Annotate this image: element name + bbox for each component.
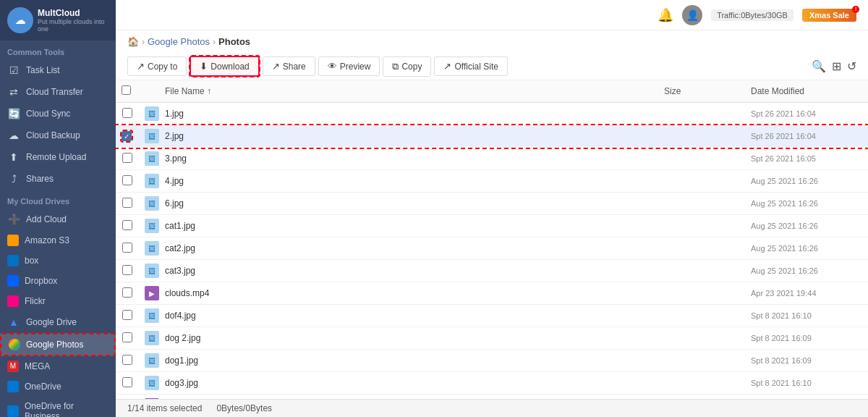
file-checkbox[interactable] <box>122 332 132 342</box>
file-name[interactable]: clouds.mp4 <box>165 288 209 298</box>
header-date[interactable]: Date Modified <box>745 80 868 103</box>
file-checkbox[interactable] <box>122 153 132 163</box>
common-tools-list: ☑ Task List ⇄ Cloud Transfer 🔄 Cloud Syn… <box>0 59 116 190</box>
sidebar-item-flickr[interactable]: Flickr <box>0 291 116 311</box>
breadcrumb-current: Photos <box>218 36 250 47</box>
image-thumb: 🖼 <box>145 308 159 323</box>
sidebar-item-cloud-sync[interactable]: 🔄 Cloud Sync <box>0 103 116 125</box>
sidebar-item-box[interactable]: box <box>0 250 116 271</box>
sidebar-item-google-drive[interactable]: ▲ Google Drive <box>0 311 116 333</box>
onedrive-biz-icon <box>7 405 19 417</box>
file-row-name: 🖼2.jpg <box>145 129 652 143</box>
file-checkbox[interactable] <box>122 355 132 365</box>
sidebar-item-onedrive[interactable]: OneDrive <box>0 376 116 397</box>
search-icon[interactable]: 🔍 <box>812 59 826 73</box>
breadcrumb-google-photos[interactable]: Google Photos <box>148 36 210 47</box>
copy-button[interactable]: ⧉ Copy <box>383 56 431 77</box>
table-row: 🖼dog3.jpgSpt 8 2021 16:10 <box>116 372 868 395</box>
file-size <box>658 125 745 148</box>
refresh-icon[interactable]: ↺ <box>847 59 856 73</box>
google-photos-icon <box>9 339 20 350</box>
sidebar-item-label: Task List <box>26 65 60 75</box>
file-size <box>658 350 745 372</box>
sidebar-item-shares[interactable]: ⤴ Shares <box>0 168 116 190</box>
file-checkbox[interactable] <box>122 377 132 387</box>
file-name[interactable]: 1.jpg <box>165 109 184 119</box>
breadcrumb-home[interactable]: 🏠 <box>127 36 139 47</box>
file-name[interactable]: 3.png <box>165 153 187 164</box>
official-site-icon: ↗ <box>443 61 451 72</box>
file-size <box>658 372 745 395</box>
file-row-name: ▶clouds.mp4 <box>145 286 652 300</box>
file-checkbox[interactable] <box>122 287 132 298</box>
sidebar-item-amazon-s3[interactable]: Amazon S3 <box>0 230 116 250</box>
share-button[interactable]: ↗ Share <box>263 56 315 76</box>
file-name[interactable]: cat3.jpg <box>165 266 195 276</box>
breadcrumb-sep1: › <box>142 37 145 47</box>
file-name[interactable]: dog 2.jpg <box>165 333 200 343</box>
file-checkbox[interactable] <box>122 310 132 320</box>
file-checkbox[interactable] <box>122 198 132 208</box>
sidebar-item-label: Cloud Transfer <box>26 87 83 97</box>
remote-upload-icon: ⬆ <box>7 151 20 164</box>
file-date: Spt 8 2021 16:09 <box>745 327 868 350</box>
file-name[interactable]: dog3.jpg <box>165 378 198 388</box>
file-size <box>658 215 745 237</box>
file-checkbox[interactable] <box>122 243 132 253</box>
file-name[interactable]: 4.jpg <box>165 176 184 186</box>
table-row: 🖼4.jpgAug 25 2021 16:26 <box>116 170 868 193</box>
file-row-name: 🖼cat3.jpg <box>145 264 652 278</box>
image-thumb: 🖼 <box>145 174 159 188</box>
sidebar-item-cloud-transfer[interactable]: ⇄ Cloud Transfer <box>0 81 116 103</box>
sidebar-item-cloud-backup[interactable]: ☁ Cloud Backup <box>0 125 116 146</box>
file-checkbox[interactable] <box>122 265 132 275</box>
sidebar-item-add-cloud[interactable]: ➕ Add Cloud <box>0 208 116 230</box>
file-checkbox[interactable] <box>122 108 132 118</box>
file-date: Spt 26 2021 16:04 <box>745 103 868 125</box>
size-info: 0Bytes/0Bytes <box>216 403 272 413</box>
sidebar-item-onedrive-biz[interactable]: OneDrive for Business <box>0 397 116 417</box>
file-date: Aug 25 2021 16:26 <box>745 193 868 215</box>
toolbar-right: 🔍 ⊞ ↺ <box>812 59 856 73</box>
sidebar-item-label: MEGA <box>25 361 50 371</box>
flickr-icon <box>7 295 19 307</box>
image-thumb: 🖼 <box>145 353 159 368</box>
file-date: Aug 25 2021 16:26 <box>745 260 868 282</box>
file-name[interactable]: 6.jpg <box>165 198 184 208</box>
file-name[interactable]: cat1.jpg <box>165 221 195 231</box>
logo-text-block: MultCloud Put multiple clouds into one <box>38 8 109 33</box>
sidebar-item-mega[interactable]: M MEGA <box>0 356 116 376</box>
sidebar-item-task-list[interactable]: ☑ Task List <box>0 59 116 81</box>
copy-to-button[interactable]: ↗ Copy to <box>127 56 187 76</box>
sidebar-item-remote-upload[interactable]: ⬆ Remote Upload <box>0 146 116 168</box>
file-date: Aug 25 2021 16:26 <box>745 170 868 193</box>
header-filename[interactable]: File Name ↑ <box>139 80 658 103</box>
file-list: 🖼1.jpgSpt 26 2021 16:04✓🖼2.jpgSpt 26 202… <box>116 103 868 400</box>
file-name[interactable]: 2.jpg <box>165 131 184 141</box>
file-row-name: 🖼6.jpg <box>145 196 652 211</box>
sidebar-item-dropbox[interactable]: Dropbox <box>0 271 116 291</box>
grid-view-icon[interactable]: ⊞ <box>832 59 841 73</box>
file-name[interactable]: dog1.jpg <box>165 355 198 366</box>
sidebar-item-label: Dropbox <box>25 276 57 286</box>
file-row-name: 🖼dof4.jpg <box>145 308 652 323</box>
app-tagline: Put multiple clouds into one <box>38 18 109 33</box>
official-site-button[interactable]: ↗ Official Site <box>434 56 507 76</box>
select-all-checkbox[interactable] <box>122 85 131 95</box>
sidebar-item-google-photos[interactable]: Google Photos <box>0 333 116 356</box>
xmas-sale-button[interactable]: Xmas Sale ! <box>802 9 856 22</box>
sidebar-item-label: Google Drive <box>26 317 77 327</box>
header-size[interactable]: Size <box>658 80 745 103</box>
file-name[interactable]: cat2.jpg <box>165 243 195 253</box>
file-checkbox-checked[interactable]: ✓ <box>122 131 132 141</box>
sidebar-item-label: Google Photos <box>26 340 83 350</box>
user-avatar[interactable]: 👤 <box>682 5 702 25</box>
download-button[interactable]: ⬇ Download <box>190 56 259 77</box>
preview-button[interactable]: 👁 Preview <box>318 56 380 76</box>
file-checkbox[interactable] <box>122 220 132 230</box>
file-name[interactable]: dof4.jpg <box>165 311 196 321</box>
file-row-name: 🖼dog3.jpg <box>145 376 652 390</box>
file-checkbox[interactable] <box>122 175 132 185</box>
notification-icon[interactable]: 🔔 <box>658 7 673 23</box>
image-thumb: 🖼 <box>145 331 159 345</box>
